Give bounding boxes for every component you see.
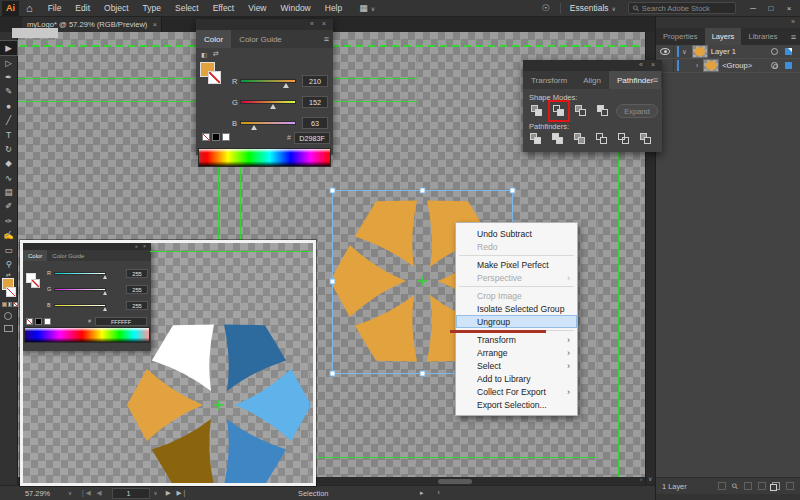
hexagon-segment[interactable] <box>235 369 311 441</box>
menu-item-ungroup[interactable]: Ungroup <box>456 315 577 328</box>
menu-item-arrange[interactable]: Arrange› <box>456 346 577 359</box>
panel-menu-icon[interactable]: ≡ <box>324 34 329 44</box>
zoom-tool-icon[interactable]: ⚲ <box>0 257 17 271</box>
selection-tool-icon[interactable]: ▶ <box>0 41 17 55</box>
eraser-tool-icon[interactable]: ◆ <box>0 156 17 170</box>
dock-collapse-icon[interactable]: » <box>791 18 795 25</box>
none-swatch[interactable] <box>202 133 210 141</box>
line-segment-tool-icon[interactable]: ╱ <box>0 113 17 127</box>
slider-thumb[interactable] <box>283 83 289 88</box>
color-spectrum-bar[interactable] <box>198 148 331 167</box>
menu-item-isolate-selected-group[interactable]: Isolate Selected Group <box>456 302 577 315</box>
hex-value-field[interactable]: D2983F <box>294 132 330 144</box>
next-last-artboard-icons[interactable]: ▶ ▶| <box>166 489 188 497</box>
curvature-tool-icon[interactable]: ✎ <box>0 84 17 98</box>
close-tab-icon[interactable]: × <box>152 20 157 29</box>
shaper-tool-icon[interactable]: ✍ <box>0 228 17 242</box>
green-slider[interactable] <box>240 100 296 104</box>
target-circle-icon[interactable] <box>771 48 778 55</box>
zoom-chevron-icon[interactable]: ∨ <box>68 490 72 496</box>
dock-header[interactable]: » <box>656 17 800 28</box>
selection-handle[interactable] <box>330 371 335 376</box>
menu-item-collect-for-export[interactable]: Collect For Export› <box>456 385 577 398</box>
direct-selection-tool-icon[interactable]: ▷ <box>0 55 17 69</box>
menu-item-make-pixel-perfect[interactable]: Make Pixel Perfect <box>456 258 577 271</box>
blob-brush-tool-icon[interactable]: ● <box>0 99 17 113</box>
status-menu-icons[interactable]: ▸ ‹ <box>420 489 446 497</box>
tab-color-guide[interactable]: Color Guide <box>231 30 290 48</box>
tab-transform[interactable]: Transform <box>523 71 575 89</box>
arrange-documents-icon[interactable]: ▦ <box>359 3 368 13</box>
layer-thumbnail[interactable] <box>693 46 707 57</box>
divide-button[interactable] <box>528 131 544 147</box>
gradient-tool-icon[interactable]: ▤ <box>0 185 17 199</box>
search-input[interactable] <box>642 4 728 13</box>
first-prev-artboard-icons[interactable]: |◀ ◀ <box>82 489 104 497</box>
crop-button[interactable] <box>594 131 610 147</box>
blue-value-field[interactable]: 63 <box>302 117 328 129</box>
menu-edit[interactable]: Edit <box>68 0 97 17</box>
stroke-color-swatch[interactable] <box>6 287 16 297</box>
menu-type[interactable]: Type <box>136 0 168 17</box>
home-icon[interactable]: ⌂ <box>26 1 33 16</box>
adobe-stock-search[interactable]: ⚲ <box>628 2 736 14</box>
menu-effect[interactable]: Effect <box>206 0 242 17</box>
selection-handle[interactable] <box>510 188 515 193</box>
blue-slider[interactable] <box>240 121 296 125</box>
scrollbar-thumb[interactable] <box>438 479 472 484</box>
panel-collapse-close-icons[interactable]: « × <box>310 20 329 27</box>
pen-tool-icon[interactable]: ✒ <box>0 70 17 84</box>
menu-view[interactable]: View <box>241 0 273 17</box>
workspace-switcher[interactable]: Essentials <box>570 3 609 13</box>
visibility-eye-icon[interactable] <box>660 48 670 55</box>
width-tool-icon[interactable]: ∿ <box>0 171 17 185</box>
trim-button[interactable] <box>550 131 566 147</box>
tab-properties[interactable]: Properties <box>656 28 705 45</box>
selection-handle[interactable] <box>330 279 335 284</box>
panel-menu-icon[interactable]: ≡ <box>791 32 796 42</box>
layer-row[interactable]: ∨ Layer 1 <box>656 45 800 59</box>
selection-handle[interactable] <box>330 188 335 193</box>
expand-chevron-icon[interactable]: ∨ <box>682 48 687 56</box>
menu-item-select[interactable]: Select› <box>456 359 577 372</box>
delete-icon[interactable] <box>786 482 794 490</box>
screen-mode-icon[interactable] <box>4 325 13 332</box>
tab-color[interactable]: Color <box>196 30 231 48</box>
unite-button[interactable] <box>529 103 545 119</box>
gradient-button[interactable] <box>8 302 13 307</box>
tab-libraries[interactable]: Libraries <box>741 28 784 45</box>
gpu-performance-icon[interactable]: ☉ <box>542 3 550 13</box>
exclude-button[interactable] <box>595 103 611 119</box>
artboard-chevron-icon[interactable]: ∨ <box>154 490 158 496</box>
group-name[interactable]: <Group> <box>722 61 752 70</box>
menu-item-add-to-library[interactable]: Add to Library <box>456 372 577 385</box>
make-mask-icon[interactable] <box>744 482 752 490</box>
selection-handle[interactable] <box>420 188 425 193</box>
chevron-down-icon[interactable]: ∨ <box>371 5 375 12</box>
selection-indicator[interactable] <box>785 48 792 55</box>
tab-layers[interactable]: Layers <box>705 28 742 45</box>
pathfinder-panel-header[interactable]: « × <box>523 60 662 71</box>
slider-thumb[interactable] <box>251 125 257 130</box>
rotate-tool-icon[interactable]: ↻ <box>0 142 17 156</box>
paintbrush-tool-icon[interactable]: ✑ <box>0 214 17 228</box>
none-button[interactable] <box>13 302 18 307</box>
menu-item-export-selection[interactable]: Export Selection... <box>456 398 577 411</box>
close-button[interactable]: × <box>780 1 798 15</box>
intersect-button[interactable] <box>573 103 589 119</box>
new-sublayer-icon[interactable] <box>758 482 766 490</box>
menu-window[interactable]: Window <box>274 0 318 17</box>
black-swatch[interactable] <box>212 133 220 141</box>
merge-button[interactable] <box>572 131 588 147</box>
layer-row[interactable]: › <Group> <box>656 59 800 73</box>
new-layer-icon[interactable] <box>772 482 780 490</box>
app-logo[interactable]: Ai <box>2 1 19 16</box>
expand-button[interactable]: Expand <box>616 104 658 118</box>
locate-object-icon[interactable]: ⚲ <box>730 481 741 492</box>
selection-handle[interactable] <box>420 371 425 376</box>
color-panel-header[interactable]: « × <box>196 19 333 30</box>
expand-chevron-icon[interactable]: › <box>696 62 698 69</box>
menu-item-transform[interactable]: Transform› <box>456 333 577 346</box>
scroll-down-icon[interactable]: ∨ <box>648 475 652 482</box>
group-thumbnail[interactable] <box>704 60 718 71</box>
